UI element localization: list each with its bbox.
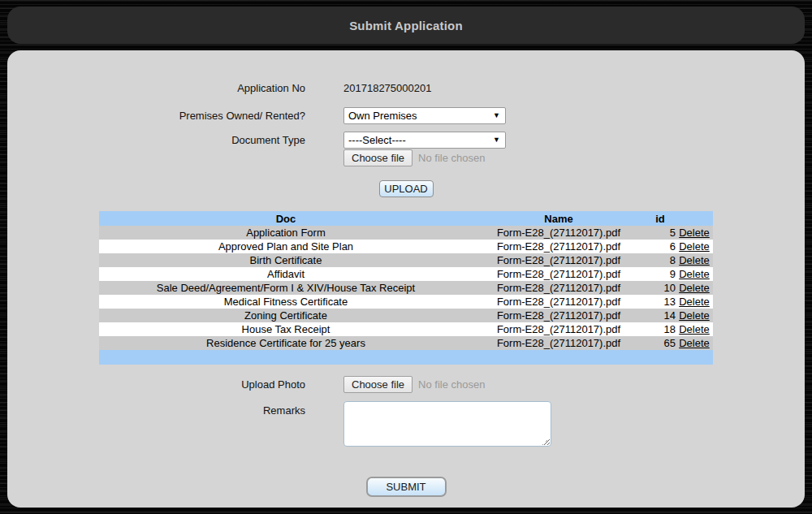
doc-cell: Application Form: [99, 226, 473, 240]
upload-photo-row: Upload Photo Choose file No file chosen: [7, 376, 805, 393]
doc-cell: Medical Fitness Certificate: [99, 295, 473, 309]
doc-cell: Birth Certificate: [99, 253, 473, 267]
file-status-text: No file chosen: [418, 152, 485, 164]
delete-link[interactable]: Delete: [679, 240, 710, 253]
table-row: Approved Plan and Site Plan Form-E28_(27…: [99, 240, 713, 253]
application-no-label: Application No: [7, 82, 305, 94]
upload-button[interactable]: UPLOAD: [379, 180, 434, 197]
remarks-row: Remarks: [7, 401, 805, 449]
id-column-header: id: [645, 211, 676, 226]
delete-cell: Delete: [676, 309, 713, 322]
document-type-select[interactable]: ----Select----: [343, 132, 506, 149]
delete-link[interactable]: Delete: [679, 323, 710, 335]
table-header-row: Doc Name id: [99, 211, 713, 226]
table-row: Birth Certificate Form-E28_(27112017).pd…: [99, 253, 713, 267]
table-row: Affidavit Form-E28_(27112017).pdf 9 Dele…: [99, 267, 713, 281]
page-title: Submit Application: [349, 19, 463, 32]
name-cell: Form-E28_(27112017).pdf: [473, 240, 645, 253]
delete-cell: Delete: [676, 322, 713, 336]
doc-cell: Zoning Certificate: [99, 309, 473, 322]
premises-select-wrap: Own Premises ▼: [343, 107, 506, 124]
id-cell: 13: [645, 295, 676, 309]
photo-status-text: No file chosen: [418, 378, 485, 391]
photo-file-input: Choose file No file chosen: [343, 376, 485, 393]
name-cell: Form-E28_(27112017).pdf: [473, 322, 645, 336]
action-column-header: [676, 211, 713, 226]
table-row: Medical Fitness Certificate Form-E28_(27…: [99, 295, 713, 309]
id-cell: 8: [645, 253, 676, 267]
name-cell: Form-E28_(27112017).pdf: [473, 309, 645, 322]
table-footer-row: [99, 350, 713, 365]
name-cell: Form-E28_(27112017).pdf: [473, 253, 645, 267]
doc-cell: Residence Certificate for 25 years: [99, 336, 473, 350]
name-cell: Form-E28_(27112017).pdf: [473, 295, 645, 309]
premises-row: Premises Owned/ Rented? Own Premises ▼: [7, 106, 805, 124]
id-cell: 5: [645, 226, 676, 240]
doc-column-header: Doc: [99, 211, 473, 226]
doc-cell: Sale Deed/Agreement/Form I & XIV/House T…: [99, 281, 473, 295]
form-panel: Application No 201718275000201 Premises …: [7, 50, 805, 508]
application-no-row: Application No 201718275000201: [7, 80, 805, 96]
id-cell: 6: [645, 240, 676, 253]
documents-table: Doc Name id Application Form Form-E28_(2…: [99, 211, 713, 365]
table-row: Application Form Form-E28_(27112017).pdf…: [99, 226, 713, 240]
remarks-textarea[interactable]: [343, 401, 551, 447]
document-type-select-wrap: ----Select---- ▼: [343, 132, 506, 149]
application-no-value: 201718275000201: [343, 82, 431, 94]
submit-button[interactable]: SUBMIT: [366, 477, 447, 497]
remarks-label: Remarks: [7, 401, 305, 417]
name-cell: Form-E28_(27112017).pdf: [473, 226, 645, 240]
document-type-label: Document Type: [7, 134, 305, 146]
table-row: Zoning Certificate Form-E28_(27112017).p…: [99, 309, 713, 322]
document-type-row: Document Type ----Select---- ▼: [7, 131, 805, 149]
choose-photo-button[interactable]: Choose file: [343, 376, 412, 393]
doc-cell: House Tax Receipt: [99, 322, 473, 336]
delete-cell: Delete: [676, 281, 713, 295]
delete-link[interactable]: Delete: [679, 296, 710, 308]
name-cell: Form-E28_(27112017).pdf: [473, 267, 645, 281]
title-bar: Submit Application: [7, 6, 805, 44]
delete-cell: Delete: [676, 336, 713, 350]
premises-label: Premises Owned/ Rented?: [7, 110, 305, 122]
delete-link[interactable]: Delete: [679, 227, 710, 239]
choose-file-button[interactable]: Choose file: [343, 149, 412, 166]
submit-row: SUBMIT: [7, 477, 805, 497]
document-file-row: Choose file No file chosen: [7, 149, 805, 166]
name-column-header: Name: [473, 211, 645, 226]
delete-cell: Delete: [676, 226, 713, 240]
name-cell: Form-E28_(27112017).pdf: [473, 281, 645, 295]
delete-link[interactable]: Delete: [679, 282, 710, 294]
table-row: Sale Deed/Agreement/Form I & XIV/House T…: [99, 281, 713, 295]
delete-link[interactable]: Delete: [679, 254, 710, 266]
name-cell: Form-E28_(27112017).pdf: [473, 336, 645, 350]
id-cell: 14: [645, 309, 676, 322]
delete-cell: Delete: [676, 253, 713, 267]
upload-row: UPLOAD: [7, 180, 805, 197]
doc-cell: Affidavit: [99, 267, 473, 281]
delete-link[interactable]: Delete: [679, 337, 710, 349]
delete-cell: Delete: [676, 295, 713, 309]
doc-cell: Approved Plan and Site Plan: [99, 240, 473, 253]
delete-cell: Delete: [676, 240, 713, 253]
id-cell: 9: [645, 267, 676, 281]
delete-link[interactable]: Delete: [679, 268, 710, 280]
table-row: House Tax Receipt Form-E28_(27112017).pd…: [99, 322, 713, 336]
id-cell: 65: [645, 336, 676, 350]
document-file-input: Choose file No file chosen: [343, 149, 485, 166]
id-cell: 10: [645, 281, 676, 295]
delete-link[interactable]: Delete: [679, 309, 710, 322]
table-row: Residence Certificate for 25 years Form-…: [99, 336, 713, 350]
id-cell: 18: [645, 322, 676, 336]
premises-select[interactable]: Own Premises: [343, 107, 506, 124]
upload-photo-label: Upload Photo: [7, 378, 305, 391]
delete-cell: Delete: [676, 267, 713, 281]
